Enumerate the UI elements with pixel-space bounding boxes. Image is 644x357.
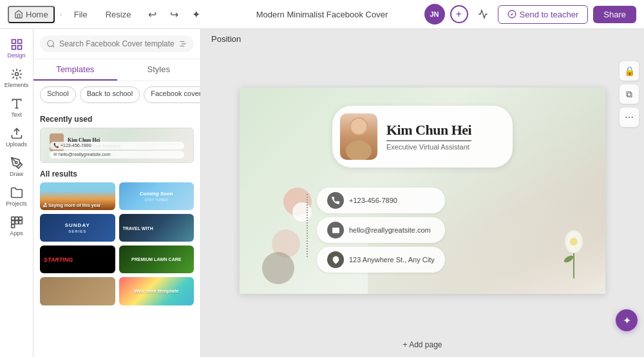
contact-card-phone[interactable]: +123-456-7890	[317, 188, 445, 213]
apps-label: Apps	[10, 230, 23, 236]
canvas[interactable]: Kim Chun Hei Executive Virtual Assistant…	[240, 88, 605, 294]
template-card-lawn[interactable]: PREMIUM LAWN CARE	[119, 246, 194, 273]
recently-used-label: Recently used	[40, 115, 194, 124]
panel-tabs: Templates Styles	[33, 59, 200, 81]
home-button[interactable]: Home	[8, 6, 55, 23]
person-silhouette	[340, 113, 377, 160]
template-card-sunday[interactable]: SUNDAYSERIES	[40, 214, 115, 242]
text-icon	[10, 97, 23, 110]
contact-cards: +123-456-7890 hello@reallygreatsite.com	[317, 188, 445, 273]
svg-point-9	[15, 162, 17, 164]
template-card-rainbow[interactable]: Welcome template	[119, 277, 194, 305]
svg-rect-12	[19, 217, 22, 220]
main-layout: Design Elements Text Uploads	[0, 29, 644, 357]
draw-label: Draw	[10, 171, 23, 177]
more-button[interactable]: ⋯	[620, 108, 639, 127]
svg-rect-10	[11, 217, 14, 220]
redo-button[interactable]: ↪	[164, 5, 184, 24]
right-sidebar: 🔒 ⧉ ⋯	[620, 61, 639, 127]
chart-icon	[478, 9, 488, 19]
home-label: Home	[26, 10, 48, 19]
svg-point-30	[563, 255, 574, 264]
coming-soon-title: Coming Soon	[140, 191, 173, 197]
recently-used-section: Recently used Kim Chun Hei Executive Vir…	[40, 115, 194, 163]
profile-card[interactable]: Kim Chun Hei Executive Virtual Assistant	[332, 106, 513, 168]
rainbow-text: Welcome template	[134, 288, 179, 294]
flower-decoration	[556, 224, 591, 284]
search-icon	[46, 39, 55, 48]
template-card-travel[interactable]: TRAVEL WITH	[119, 214, 194, 242]
lock-button[interactable]: 🔒	[620, 61, 639, 81]
svg-rect-4	[12, 46, 15, 50]
sidebar-item-draw[interactable]: Draw	[2, 153, 32, 181]
position-label: Position	[211, 34, 241, 44]
canvas-area: Position 🔒 ⧉ ⋯	[201, 29, 644, 357]
user-avatar[interactable]: JN	[424, 4, 445, 24]
tab-styles[interactable]: Styles	[117, 59, 201, 81]
search-area	[33, 29, 200, 59]
phone-icon-circle	[327, 192, 344, 209]
template-card-starting[interactable]: STARTING	[40, 246, 115, 273]
recently-used-card[interactable]: Kim Chun Hei Executive Virtual Assistant…	[40, 128, 194, 163]
email-icon-circle	[327, 222, 344, 238]
email-address: hello@reallygreatsite.com	[349, 226, 431, 234]
apps-icon	[10, 216, 23, 229]
sunday-text: SUNDAYSERIES	[65, 222, 90, 234]
sidebar-item-text[interactable]: Text	[2, 93, 32, 122]
magic-button[interactable]: ✦	[186, 5, 205, 24]
add-collaborator-button[interactable]: +	[450, 5, 468, 23]
contact-card-address[interactable]: 123 Anywhere St., Any City	[317, 247, 445, 273]
file-button[interactable]: File	[68, 7, 94, 22]
avatar-visual	[340, 113, 377, 160]
starting-text: STARTING	[44, 256, 73, 263]
sidebar-item-design[interactable]: Design	[2, 34, 32, 63]
analytics-button[interactable]	[473, 5, 493, 24]
sidebar-item-projects[interactable]: Projects	[2, 182, 32, 211]
sidebar-item-elements[interactable]: Elements	[2, 64, 32, 92]
chip-school[interactable]: School	[40, 86, 76, 103]
elements-label: Elements	[5, 82, 29, 88]
sidebar-item-uploads[interactable]: Uploads	[2, 123, 32, 151]
beach-template-text: 🏖 Saying more of this year	[43, 203, 100, 207]
chip-facebook-cover[interactable]: Facebook cover	[144, 86, 200, 103]
sidebar-icons: Design Elements Text Uploads	[0, 29, 33, 357]
send-to-teacher-button[interactable]: Send to teacher	[498, 5, 589, 24]
contact-card-email[interactable]: hello@reallygreatsite.com	[317, 217, 445, 243]
flower-svg	[556, 224, 591, 282]
chips-row: School Back to school Facebook cover ›	[33, 81, 200, 108]
svg-rect-15	[19, 221, 22, 224]
phone-icon	[332, 197, 340, 205]
design-label: Design	[7, 52, 25, 59]
draw-icon	[10, 157, 23, 169]
lawn-text: PREMIUM LAWN CARE	[131, 257, 181, 262]
template-card-beach[interactable]: 🏖 Saying more of this year	[40, 182, 115, 210]
email-icon	[332, 226, 340, 235]
magic-ai-button[interactable]: ✦	[616, 309, 638, 331]
svg-point-5	[15, 73, 18, 76]
canvas-toolbar: Position	[201, 29, 644, 49]
copy-button[interactable]: ⧉	[620, 84, 639, 104]
sidebar-item-apps[interactable]: Apps	[2, 212, 32, 240]
svg-rect-3	[17, 46, 21, 50]
street-address: 123 Anywhere St., Any City	[349, 256, 435, 264]
panel-content: Recently used Kim Chun Hei Executive Vir…	[33, 108, 200, 357]
uploads-label: Uploads	[6, 141, 27, 148]
search-input[interactable]	[59, 39, 175, 48]
template-card-coming-soon[interactable]: Coming Soon STAY TUNED	[119, 182, 194, 210]
template-card-photo1[interactable]	[40, 277, 115, 305]
undo-redo-group: ↩ ↪ ✦	[142, 5, 205, 24]
resize-button[interactable]: Resize	[99, 7, 138, 22]
share-button[interactable]: Share	[593, 6, 636, 23]
filter-icon[interactable]	[178, 39, 187, 48]
tab-templates[interactable]: Templates	[33, 59, 117, 81]
svg-point-22	[346, 140, 372, 160]
profile-avatar	[340, 113, 377, 160]
profile-info: Kim Chun Hei Executive Virtual Assistant	[386, 122, 471, 150]
send-teacher-label: Send to teacher	[520, 10, 579, 19]
add-page-button[interactable]: + Add page	[395, 338, 450, 352]
chip-back-to-school[interactable]: Back to school	[80, 86, 140, 103]
nav-right-group: JN + Send to teacher Share	[424, 4, 637, 24]
checkmark-icon	[507, 10, 516, 19]
phone-number: +123-456-7890	[349, 197, 397, 204]
undo-button[interactable]: ↩	[142, 5, 162, 24]
